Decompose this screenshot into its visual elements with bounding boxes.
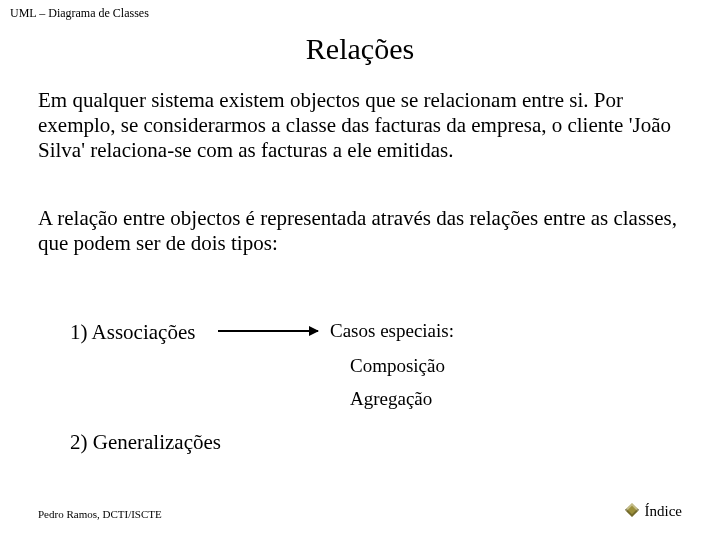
- paragraph-2: A relação entre objectos é representada …: [38, 206, 678, 256]
- paragraph-1: Em qualquer sistema existem objectos que…: [38, 88, 678, 164]
- footer-author: Pedro Ramos, DCTI/ISCTE: [38, 508, 162, 520]
- diamond-icon: [624, 503, 638, 517]
- special-case-aggregation: Agregação: [350, 388, 432, 410]
- arrow-icon: [218, 330, 318, 332]
- header-label: UML – Diagrama de Classes: [10, 6, 149, 21]
- slide: UML – Diagrama de Classes Relações Em qu…: [0, 0, 720, 540]
- slide-title: Relações: [0, 32, 720, 66]
- special-case-composition: Composição: [350, 355, 445, 377]
- special-cases-label: Casos especiais:: [330, 320, 454, 342]
- list-item-associations: 1) Associações: [70, 320, 195, 345]
- list-item-generalizations: 2) Generalizações: [70, 430, 221, 455]
- index-label: Índice: [645, 503, 682, 519]
- index-link[interactable]: Índice: [627, 503, 682, 520]
